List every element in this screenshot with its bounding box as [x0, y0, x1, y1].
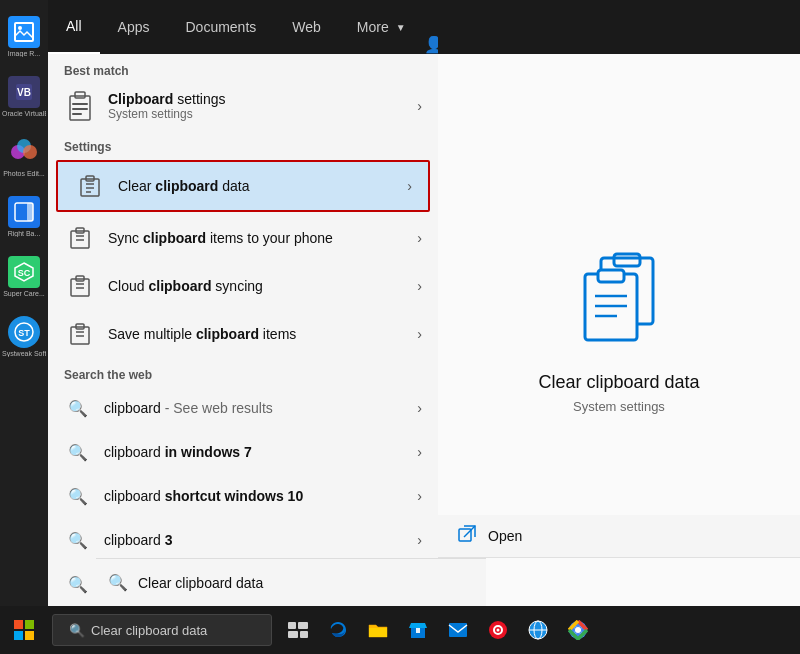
chevron-down-icon: ▼: [396, 22, 406, 33]
result-cloud-clipboard[interactable]: Cloud clipboard syncing ›: [48, 262, 438, 310]
sidebar-app-image-label: Image R...: [8, 50, 40, 57]
svg-point-54: [497, 629, 500, 632]
result-save-arrow-icon: ›: [417, 326, 422, 342]
result-clear-clipboard-title: Clear clipboard data: [118, 178, 407, 194]
web-result-clipboard-text: clipboard - See web results: [104, 400, 417, 416]
svg-rect-35: [614, 254, 640, 266]
result-cloud-arrow-icon: ›: [417, 278, 422, 294]
detail-icon-area: [569, 246, 669, 356]
sidebar-app-supercare-label: Super Care...: [3, 290, 45, 297]
result-clear-clipboard-text: Clear clipboard data: [118, 178, 407, 194]
web-result-clipboard[interactable]: 🔍 clipboard - See web results ›: [48, 386, 438, 430]
result-sync-clipboard[interactable]: Sync clipboard items to your phone ›: [48, 214, 438, 262]
section-settings: Settings: [48, 130, 438, 158]
section-best-match: Best match: [48, 54, 438, 82]
taskview-icon[interactable]: [282, 614, 314, 646]
svg-rect-51: [449, 623, 467, 637]
detail-action-open[interactable]: Open: [438, 515, 800, 558]
search-bar[interactable]: 🔍 Clear clipboard data: [96, 558, 438, 606]
detail-subtitle: System settings: [573, 399, 665, 414]
taskbar-icons: [282, 614, 594, 646]
sidebar-app-systweak[interactable]: ST Systweak Softwa...: [2, 308, 46, 364]
start-button[interactable]: [0, 606, 48, 654]
result-clipboard-settings-subtitle: System settings: [108, 107, 417, 121]
windows-logo-icon: [14, 620, 34, 640]
results-panel: All Apps Documents Web More ▼ 👤 ··· Best…: [48, 0, 438, 606]
result-sync-arrow-icon: ›: [417, 230, 422, 246]
result-save-clipboard-text: Save multiple clipboard items: [108, 326, 417, 342]
tab-web[interactable]: Web: [274, 0, 339, 54]
tab-apps[interactable]: Apps: [100, 0, 168, 54]
edge-icon[interactable]: [322, 614, 354, 646]
detail-clipboard-svg: [569, 246, 669, 356]
svg-text:VB: VB: [17, 87, 31, 98]
sidebar-app-photos[interactable]: Photos Edit...: [2, 128, 46, 184]
sidebar-app-systweak-label: Systweak Softwa...: [2, 350, 46, 357]
svg-rect-8: [27, 203, 33, 221]
svg-text:ST: ST: [18, 328, 30, 338]
detail-title: Clear clipboard data: [538, 372, 699, 393]
web-search-icon-5: 🔍: [64, 570, 92, 598]
sidebar-app-supercare[interactable]: SC Super Care...: [2, 248, 46, 304]
result-clear-clipboard[interactable]: Clear clipboard data ›: [56, 160, 430, 212]
taskbar-search-text: Clear clipboard data: [91, 623, 207, 638]
sidebar-app-rightbar[interactable]: Right Ba...: [2, 188, 46, 244]
sidebar-app-image[interactable]: Image R...: [2, 8, 46, 64]
web-search-icon-3: 🔍: [64, 482, 92, 510]
network-icon[interactable]: [522, 614, 554, 646]
save-clipboard-icon: [64, 318, 96, 350]
web-result-arrow-1: ›: [417, 400, 422, 416]
web-result-clipboard3-text: clipboard 3: [104, 532, 417, 548]
search-panel: All Apps Documents Web More ▼ 👤 ··· Best…: [48, 0, 800, 606]
result-arrow-icon: ›: [417, 98, 422, 114]
svg-rect-45: [14, 631, 23, 640]
svg-rect-15: [72, 108, 88, 110]
groove-icon[interactable]: [482, 614, 514, 646]
result-clipboard-settings[interactable]: Clipboard settings System settings ›: [48, 82, 438, 130]
result-cloud-clipboard-text: Cloud clipboard syncing: [108, 278, 417, 294]
svg-rect-50: [300, 631, 308, 638]
store-icon[interactable]: [402, 614, 434, 646]
clear-clipboard-icon: [74, 170, 106, 202]
svg-rect-14: [72, 103, 88, 105]
chrome-icon[interactable]: [562, 614, 594, 646]
web-result-arrow-3: ›: [417, 488, 422, 504]
result-clear-arrow-icon: ›: [407, 178, 412, 194]
section-search-web: Search the web: [48, 358, 438, 386]
sidebar-app-oracle[interactable]: VB Oracle VirtualB...: [2, 68, 46, 124]
tab-more[interactable]: More ▼: [339, 0, 424, 54]
sidebar: Image R... VB Oracle VirtualB... Photos …: [0, 0, 48, 606]
svg-rect-13: [75, 92, 85, 98]
user-icon[interactable]: 👤: [424, 35, 438, 54]
svg-rect-49: [288, 631, 298, 638]
tab-documents[interactable]: Documents: [167, 0, 274, 54]
clipboard-settings-icon: [64, 90, 96, 122]
mail-icon[interactable]: [442, 614, 474, 646]
svg-rect-46: [25, 631, 34, 640]
explorer-icon[interactable]: [362, 614, 394, 646]
web-result-win7-text: clipboard in windows 7: [104, 444, 417, 460]
web-result-win7[interactable]: 🔍 clipboard in windows 7 ›: [48, 430, 438, 474]
tab-bar: All Apps Documents Web More ▼ 👤 ···: [48, 0, 438, 54]
web-result-shortcut10-text: clipboard shortcut windows 10: [104, 488, 417, 504]
search-bar-text: Clear clipboard data: [138, 575, 263, 591]
svg-rect-0: [15, 23, 33, 41]
taskbar-search[interactable]: 🔍 Clear clipboard data: [52, 614, 272, 646]
result-sync-clipboard-text: Sync clipboard items to your phone: [108, 230, 417, 246]
web-result-shortcut10[interactable]: 🔍 clipboard shortcut windows 10 ›: [48, 474, 438, 518]
tab-all[interactable]: All: [48, 0, 100, 54]
result-clipboard-settings-title: Clipboard settings: [108, 91, 417, 107]
open-icon: [458, 525, 476, 547]
sidebar-app-photos-label: Photos Edit...: [3, 170, 45, 177]
search-bar-icon: 🔍: [108, 573, 128, 592]
svg-rect-48: [298, 622, 308, 629]
sync-clipboard-icon: [64, 222, 96, 254]
svg-point-1: [18, 26, 22, 30]
result-save-clipboard[interactable]: Save multiple clipboard items ›: [48, 310, 438, 358]
web-result-clipboard3[interactable]: 🔍 clipboard 3 ›: [48, 518, 438, 562]
tabs-right-icons: 👤 ···: [424, 35, 438, 54]
svg-point-6: [23, 145, 37, 159]
svg-rect-16: [72, 113, 82, 115]
taskbar-search-icon: 🔍: [69, 623, 85, 638]
result-sync-clipboard-title: Sync clipboard items to your phone: [108, 230, 417, 246]
